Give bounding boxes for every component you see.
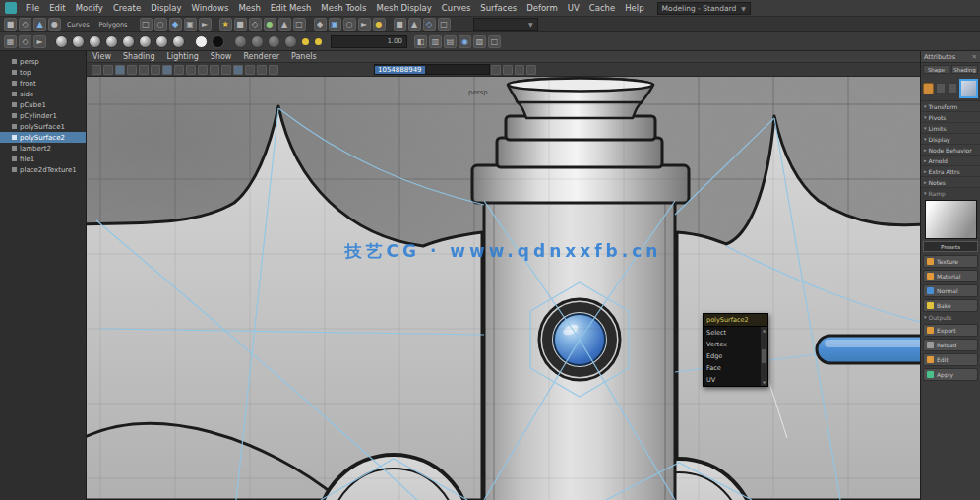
button-reload[interactable]: Reload bbox=[923, 339, 978, 351]
menu-surfaces[interactable]: Surfaces bbox=[475, 3, 521, 13]
section-notes[interactable]: ▸Notes bbox=[921, 177, 980, 188]
outliner-item[interactable]: lambert2 bbox=[0, 143, 86, 154]
vp-tool-icon[interactable] bbox=[503, 65, 513, 75]
vp-tool-icon[interactable] bbox=[269, 65, 278, 75]
shelf-icon[interactable]: ● bbox=[48, 18, 61, 31]
shelf-dropdown[interactable]: ▼ bbox=[473, 18, 538, 31]
menu-curves[interactable]: Curves bbox=[437, 3, 476, 13]
menu-mesh[interactable]: Mesh bbox=[233, 3, 265, 13]
shelf-icon[interactable]: ◆ bbox=[314, 18, 327, 31]
vp-tool-icon[interactable] bbox=[198, 65, 208, 75]
toolbar-icon[interactable]: □ bbox=[488, 35, 501, 48]
material-sphere-icon[interactable] bbox=[155, 35, 168, 48]
popup-item[interactable]: Select bbox=[704, 327, 761, 339]
shelf-icon[interactable]: ■ bbox=[4, 18, 17, 31]
viewport-text-field[interactable]: 1054888949 bbox=[374, 64, 490, 75]
pommel-collar[interactable] bbox=[472, 165, 689, 203]
material-sphere-icon[interactable] bbox=[234, 35, 247, 48]
menu-display[interactable]: Display bbox=[146, 3, 186, 13]
vp-menu-shading[interactable]: Shading bbox=[117, 52, 161, 61]
shelf-icon[interactable]: ● bbox=[373, 18, 386, 31]
yellow-dot-icon[interactable] bbox=[302, 38, 309, 45]
vp-menu-show[interactable]: Show bbox=[205, 52, 238, 61]
outliner-item[interactable]: persp bbox=[0, 56, 86, 67]
material-sphere-icon[interactable] bbox=[251, 35, 264, 48]
outliner-item[interactable]: front bbox=[0, 78, 86, 89]
shelf-icon[interactable]: ▣ bbox=[329, 18, 341, 31]
button-normal[interactable]: Normal bbox=[923, 284, 978, 297]
scroll-up-icon[interactable]: ▲ bbox=[763, 328, 766, 333]
button-export[interactable]: Export bbox=[923, 324, 978, 337]
vp-menu-lighting[interactable]: Lighting bbox=[160, 52, 204, 61]
vp-tool-icon[interactable] bbox=[162, 65, 172, 75]
shelf-icon[interactable]: ◇ bbox=[19, 18, 31, 31]
material-sphere-icon[interactable] bbox=[72, 35, 85, 48]
popup-scrollbar[interactable]: ▲ ▼ bbox=[761, 327, 767, 386]
vp-tool-icon[interactable] bbox=[233, 65, 243, 75]
pommel-band3[interactable] bbox=[506, 116, 655, 140]
vp-tool-icon[interactable] bbox=[186, 65, 196, 75]
vp-tool-icon[interactable] bbox=[115, 65, 125, 75]
workspace-dropdown[interactable]: Modeling - Standard ▼ bbox=[657, 2, 751, 15]
section-display[interactable]: ▾Display bbox=[921, 134, 980, 145]
toolbar-icon[interactable]: ◉ bbox=[459, 35, 471, 48]
shelf-icon[interactable]: ▲ bbox=[408, 18, 421, 31]
tab-shape[interactable]: Shape bbox=[923, 65, 949, 74]
ramp-preview[interactable] bbox=[925, 200, 977, 239]
section-transform[interactable]: ▾Transform bbox=[921, 101, 980, 112]
ramp-header[interactable]: ▾Ramp bbox=[921, 188, 980, 198]
toolbar-icon[interactable]: ▦ bbox=[4, 35, 17, 48]
vp-tool-icon[interactable] bbox=[210, 65, 219, 75]
material-sphere-icon[interactable] bbox=[284, 35, 297, 48]
vp-tool-icon[interactable] bbox=[127, 65, 137, 75]
node-icon[interactable] bbox=[948, 83, 957, 94]
tab-shading[interactable]: Shading bbox=[951, 65, 978, 74]
viewport-canvas[interactable]: persp 技艺CG · www.qdnxxfb.cn bbox=[87, 77, 920, 500]
popup-item[interactable]: UV bbox=[704, 374, 761, 386]
outliner-item[interactable]: polySurface1 bbox=[0, 121, 86, 132]
outliner-item[interactable]: side bbox=[0, 89, 86, 99]
shelf-icon[interactable]: ● bbox=[264, 18, 276, 31]
shelf-icon[interactable]: ▲ bbox=[278, 18, 291, 31]
yellow-dot-icon[interactable] bbox=[315, 38, 322, 45]
vp-tool-icon[interactable] bbox=[515, 65, 524, 75]
shelf-icon[interactable]: ■ bbox=[234, 18, 247, 31]
toolbar-icon[interactable]: ► bbox=[33, 35, 46, 48]
toolbar-icon[interactable]: ▧ bbox=[473, 35, 486, 48]
button-texture[interactable]: Texture bbox=[923, 255, 978, 268]
shelf-icon[interactable]: ► bbox=[358, 18, 371, 31]
menu-create[interactable]: Create bbox=[108, 3, 146, 13]
scroll-down-icon[interactable]: ▼ bbox=[763, 380, 766, 385]
vp-tool-icon[interactable] bbox=[491, 65, 501, 75]
button-edit[interactable]: Edit bbox=[923, 353, 978, 366]
outliner-item[interactable]: place2dTexture1 bbox=[0, 164, 86, 175]
close-icon[interactable]: ✕ bbox=[972, 53, 977, 61]
menu-deform[interactable]: Deform bbox=[521, 3, 563, 13]
section-node-behavior[interactable]: ▸Node Behavior bbox=[921, 145, 980, 156]
toolbar-icon[interactable]: ◇ bbox=[19, 35, 31, 48]
scroll-thumb[interactable] bbox=[762, 349, 766, 363]
vp-tool-icon[interactable] bbox=[257, 65, 267, 75]
popup-item[interactable]: Face bbox=[704, 362, 761, 374]
menu-modify[interactable]: Modify bbox=[71, 3, 108, 13]
menu-edit-mesh[interactable]: Edit Mesh bbox=[266, 3, 317, 13]
shelf-icon[interactable]: ► bbox=[199, 18, 212, 31]
button-apply[interactable]: Apply bbox=[923, 368, 978, 381]
shelf-icon[interactable]: ◇ bbox=[423, 18, 436, 31]
vp-tool-icon[interactable] bbox=[526, 65, 536, 75]
button-material[interactable]: Material bbox=[923, 270, 978, 282]
shelf-icon[interactable]: □ bbox=[438, 18, 451, 31]
shelf-icon[interactable]: ○ bbox=[154, 18, 167, 31]
vp-tool-icon[interactable] bbox=[92, 65, 101, 75]
shelf-icon[interactable]: ◆ bbox=[169, 18, 182, 31]
material-sphere-icon[interactable] bbox=[105, 35, 118, 48]
cube-icon[interactable] bbox=[923, 83, 934, 94]
shelf-icon[interactable]: □ bbox=[140, 18, 153, 31]
section-extra-attrs[interactable]: ▸Extra Attrs bbox=[921, 166, 980, 177]
shelf-icon[interactable]: ▣ bbox=[184, 18, 197, 31]
button-bake[interactable]: Bake bbox=[923, 299, 978, 312]
vp-tool-icon[interactable] bbox=[221, 65, 231, 75]
material-sphere-icon[interactable] bbox=[139, 35, 152, 48]
material-sphere-icon[interactable] bbox=[122, 35, 135, 48]
outliner-item[interactable]: top bbox=[0, 67, 86, 78]
